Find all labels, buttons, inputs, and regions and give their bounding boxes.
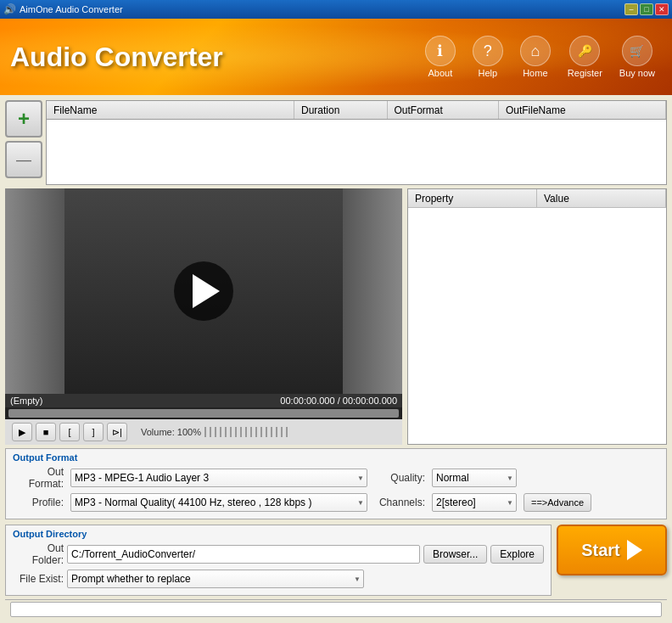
- profile-label: Profile:: [13, 497, 64, 508]
- bottom-area: Output Directory Out Folder: Browser... …: [5, 525, 667, 596]
- channels-wrapper: 2[stereo] 1[mono]: [432, 493, 517, 512]
- file-table-body: [47, 120, 666, 184]
- properties-header: Property Value: [408, 189, 666, 208]
- mark-in-button[interactable]: [: [59, 423, 80, 441]
- player-time: 00:00:00.000 / 00:00:00.000: [280, 396, 397, 406]
- main-content: + — FileName Duration OutFormat OutFileN…: [0, 95, 672, 623]
- buynow-icon: 🛒: [622, 36, 652, 66]
- out-format-select[interactable]: MP3 - MPEG-1 Audio Layer 3 WAV OGG AAC F…: [70, 469, 367, 487]
- status-bar: [5, 599, 667, 618]
- file-table-header: FileName Duration OutFormat OutFileName: [47, 101, 666, 120]
- file-section: + — FileName Duration OutFormat OutFileN…: [5, 100, 667, 185]
- home-icon: ⌂: [520, 36, 551, 66]
- video-play-button[interactable]: [174, 261, 233, 321]
- nav-help[interactable]: ? Help: [466, 32, 510, 81]
- out-format-label: Out Format:: [13, 466, 64, 490]
- out-folder-label: Out Folder:: [13, 542, 64, 566]
- title-bar: 🔊 AimOne Audio Converter – □ ✕: [0, 0, 672, 19]
- mark-out-button[interactable]: ]: [83, 423, 104, 441]
- nav-buynow[interactable]: 🛒 Buy now: [613, 32, 662, 81]
- explore-button[interactable]: Explore: [490, 545, 544, 564]
- video-right-panel: [343, 188, 402, 394]
- register-icon: 🔑: [569, 36, 600, 66]
- app-title: Audio Converter: [10, 42, 223, 73]
- channels-label: Channels:: [374, 497, 425, 508]
- minimize-button[interactable]: –: [624, 3, 638, 15]
- title-bar-controls: – □ ✕: [624, 3, 669, 15]
- header-nav: ℹ About ? Help ⌂ Home 🔑 Register 🛒 Buy n…: [418, 32, 662, 81]
- player-status: (Empty): [10, 396, 43, 406]
- nav-about-label: About: [428, 68, 452, 78]
- nav-about[interactable]: ℹ About: [418, 32, 462, 81]
- col-duration: Duration: [294, 101, 388, 119]
- skip-button[interactable]: ⊳|: [107, 423, 127, 441]
- folder-row: Out Folder: Browser... Explore: [13, 542, 544, 566]
- quality-wrapper: Normal High Low: [432, 469, 517, 487]
- about-icon: ℹ: [425, 36, 456, 66]
- start-button[interactable]: Start: [557, 525, 667, 575]
- nav-register[interactable]: 🔑 Register: [561, 32, 609, 81]
- quality-select[interactable]: Normal High Low: [432, 469, 517, 487]
- advance-button[interactable]: ==>Advance: [524, 493, 591, 512]
- nav-register-label: Register: [568, 68, 602, 78]
- output-format-label: Output Format: [13, 452, 659, 463]
- profile-select[interactable]: MP3 - Normal Quality( 44100 Hz, stereo ,…: [70, 493, 367, 512]
- output-format-section: Output Format Out Format: MP3 - MPEG-1 A…: [5, 448, 667, 519]
- start-icon: [627, 540, 642, 560]
- file-exist-row: File Exist: Prompt whether to replace Ov…: [13, 570, 544, 588]
- start-label: Start: [581, 541, 620, 560]
- title-bar-left: 🔊 AimOne Audio Converter: [3, 3, 123, 15]
- col-outfilename: OutFileName: [499, 101, 666, 119]
- prop-col-value: Value: [537, 189, 666, 207]
- properties-body: [408, 208, 666, 444]
- volume-label: Volume: 100%: [141, 427, 201, 437]
- settings-area: Output Format Out Format: MP3 - MPEG-1 A…: [5, 448, 667, 596]
- output-dir-section: Output Directory Out Folder: Browser... …: [5, 525, 552, 596]
- nav-home-label: Home: [523, 68, 547, 78]
- add-file-button[interactable]: +: [5, 100, 42, 138]
- file-exist-select[interactable]: Prompt whether to replace Overwrite Skip: [67, 570, 364, 588]
- media-player: (Empty) 00:00:00.000 / 00:00:00.000 ▶ ■ …: [5, 188, 402, 445]
- help-icon: ?: [473, 36, 503, 66]
- status-input: [10, 602, 662, 617]
- output-dir-label: Output Directory: [13, 529, 544, 539]
- nav-home[interactable]: ⌂ Home: [513, 32, 557, 81]
- col-outformat: OutFormat: [388, 101, 499, 119]
- progress-bar-container: [5, 407, 402, 419]
- media-section: (Empty) 00:00:00.000 / 00:00:00.000 ▶ ■ …: [5, 188, 667, 445]
- file-table: FileName Duration OutFormat OutFileName: [46, 100, 667, 185]
- play-icon: [193, 274, 220, 308]
- file-exist-wrapper: Prompt whether to replace Overwrite Skip: [67, 570, 364, 588]
- maximize-button[interactable]: □: [640, 3, 653, 15]
- format-row: Out Format: MP3 - MPEG-1 Audio Layer 3 W…: [13, 466, 659, 490]
- close-button[interactable]: ✕: [655, 3, 669, 15]
- play-ctrl-button[interactable]: ▶: [12, 423, 32, 441]
- volume-slider[interactable]: [204, 427, 289, 437]
- prop-col-property: Property: [408, 189, 537, 207]
- dir-area: Output Directory Out Folder: Browser... …: [5, 525, 552, 596]
- profile-row: Profile: MP3 - Normal Quality( 44100 Hz,…: [13, 493, 659, 512]
- video-left-panel: [5, 188, 64, 394]
- out-format-wrapper: MP3 - MPEG-1 Audio Layer 3 WAV OGG AAC F…: [70, 469, 367, 487]
- profile-wrapper: MP3 - Normal Quality( 44100 Hz, stereo ,…: [70, 493, 367, 512]
- channels-select[interactable]: 2[stereo] 1[mono]: [432, 493, 517, 512]
- quality-label: Quality:: [374, 472, 425, 484]
- progress-track[interactable]: [8, 409, 399, 418]
- stop-ctrl-button[interactable]: ■: [36, 423, 56, 441]
- window-title: AimOne Audio Converter: [20, 4, 123, 14]
- col-filename: FileName: [47, 101, 294, 119]
- nav-buynow-label: Buy now: [619, 68, 655, 78]
- player-controls: ▶ ■ [ ] ⊳| Volume: 100%: [5, 419, 402, 445]
- folder-input[interactable]: [67, 545, 420, 564]
- app-header: Audio Converter ℹ About ? Help ⌂ Home 🔑 …: [0, 19, 672, 95]
- player-info: (Empty) 00:00:00.000 / 00:00:00.000: [5, 394, 402, 407]
- file-exist-label: File Exist:: [13, 573, 64, 585]
- properties-panel: Property Value: [407, 188, 667, 445]
- file-buttons: + —: [5, 100, 42, 185]
- video-area: [5, 188, 402, 394]
- nav-help-label: Help: [479, 68, 498, 78]
- remove-file-button[interactable]: —: [5, 141, 42, 178]
- browser-button[interactable]: Browser...: [423, 545, 487, 564]
